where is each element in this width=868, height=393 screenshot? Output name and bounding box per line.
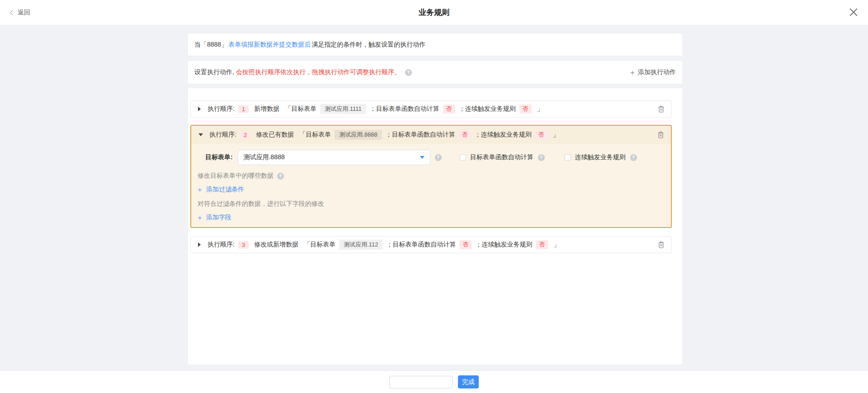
trigger-suffix: 满足指定的条件时，触发设置的执行动作: [311, 41, 425, 49]
action-rows-container: 执行顺序: 1 新增数据 「目标表单 测试应用.1111 ；目标表单函数自动计算…: [188, 88, 682, 365]
plus-icon: +: [630, 69, 635, 76]
target-form-field-label: 目标表单:: [205, 153, 233, 161]
chain-rule-checkbox-group: 连续触发业务规则 ?: [565, 153, 637, 161]
delete-trash-icon[interactable]: [657, 105, 665, 113]
chevron-down-icon: [420, 156, 425, 159]
chain-rule-label: ；连续触发业务规则: [475, 241, 532, 249]
help-icon[interactable]: ?: [405, 69, 412, 76]
add-filter-button[interactable]: + 添加过滤条件: [198, 185, 665, 194]
caret-down-icon[interactable]: [198, 133, 203, 136]
target-form-select[interactable]: 测试应用.8888: [238, 150, 430, 165]
done-button[interactable]: 完成: [458, 375, 479, 388]
func-calc-checkbox[interactable]: [460, 154, 466, 161]
func-calc-label: ；目标表单函数自动计算: [370, 105, 439, 113]
target-form-badge: 测试应用.1111: [320, 104, 366, 114]
action-row-3[interactable]: 执行顺序: 3 修改或新增数据 「目标表单 测试应用.112 ；目标表单函数自动…: [190, 236, 672, 253]
help-icon[interactable]: ?: [630, 154, 637, 161]
target-form-label: 「目标表单: [299, 131, 331, 139]
order-number-badge: 1: [238, 105, 249, 113]
func-calc-label: ；目标表单函数自动计算: [386, 131, 455, 139]
actions-bar-warning-text: 会按照执行顺序依次执行，拖拽执行动作可调整执行顺序。: [236, 68, 401, 76]
action-type-label: 修改已有数据: [256, 131, 294, 139]
caret-right-icon[interactable]: [198, 242, 201, 247]
func-calc-checkbox-group: 目标表单函数自动计算 ?: [460, 153, 545, 161]
add-field-label: 添加字段: [206, 213, 231, 222]
close-bracket-label: 」: [537, 105, 543, 113]
actions-bar-normal-text: 设置执行动作,: [194, 68, 234, 76]
target-form-label: 「目标表单: [285, 105, 316, 113]
chain-rule-label: ；连续触发业务规则: [459, 105, 516, 113]
help-icon[interactable]: ?: [538, 154, 545, 161]
trigger-card: 当「8888」 表单填报新数据并提交数据后 满足指定的条件时，触发设置的执行动作: [188, 34, 682, 56]
action-type-label: 新增数据: [254, 105, 279, 113]
action-row-2-body: 目标表单: 测试应用.8888 ? 目标表单函数自动计算 ? 连续触发业务规则: [191, 144, 671, 227]
filter-helper-text: 修改目标表单中的哪些数据: [198, 172, 274, 180]
chain-rule-checkbox-label: 连续触发业务规则: [575, 153, 626, 161]
chain-rule-label: ；连续触发业务规则: [475, 131, 532, 139]
filter-helper-row: 修改目标表单中的哪些数据 ?: [198, 172, 665, 180]
actions-bar-text: 设置执行动作, 会按照执行顺序依次执行，拖拽执行动作可调整执行顺序。 ?: [194, 68, 412, 76]
delete-trash-icon[interactable]: [657, 241, 665, 249]
fields-helper-text: 对符合过滤条件的数据，进行以下字段的修改: [198, 200, 324, 208]
footer-bar: 完成: [0, 370, 868, 393]
chain-rule-value-badge: 否: [519, 104, 532, 114]
order-number-badge: 3: [238, 241, 249, 249]
order-label: 执行顺序:: [209, 131, 236, 139]
order-label: 执行顺序:: [208, 105, 235, 113]
target-form-badge: 测试应用.112: [339, 240, 382, 250]
trigger-prefix: 当「8888」: [194, 41, 227, 49]
close-icon[interactable]: [849, 8, 858, 17]
target-form-label: 「目标表单: [304, 241, 335, 249]
add-action-label: 添加执行动作: [638, 68, 676, 76]
close-bracket-label: 」: [553, 131, 559, 139]
footer-text-input[interactable]: [389, 376, 453, 388]
add-filter-label: 添加过滤条件: [206, 185, 244, 194]
chain-rule-value-badge: 否: [536, 240, 548, 249]
action-row-1[interactable]: 执行顺序: 1 新增数据 「目标表单 测试应用.1111 ；目标表单函数自动计算…: [190, 100, 672, 118]
order-number-badge: 2: [240, 131, 250, 139]
chain-rule-value-badge: 否: [535, 130, 547, 139]
help-icon[interactable]: ?: [435, 154, 442, 161]
target-form-row: 目标表单: 测试应用.8888 ? 目标表单函数自动计算 ? 连续触发业务规则: [198, 149, 665, 166]
action-type-label: 修改或新增数据: [254, 241, 298, 249]
func-calc-value-badge: 否: [443, 104, 455, 114]
page-title: 业务规则: [0, 0, 868, 25]
trigger-event-link[interactable]: 表单填报新数据并提交数据后: [228, 41, 311, 49]
order-label: 执行顺序:: [208, 241, 235, 249]
target-form-badge: 测试应用.8888: [335, 130, 382, 140]
target-form-select-value: 测试应用.8888: [244, 153, 285, 161]
func-calc-value-badge: 否: [459, 240, 472, 249]
top-bar: 返回 业务规则: [0, 0, 868, 25]
chain-rule-checkbox[interactable]: [565, 154, 571, 161]
plus-icon: +: [198, 214, 202, 222]
actions-bar: 设置执行动作, 会按照执行顺序依次执行，拖拽执行动作可调整执行顺序。 ? + 添…: [188, 61, 682, 84]
delete-trash-icon[interactable]: [657, 131, 665, 139]
action-row-2-header[interactable]: 执行顺序: 2 修改已有数据 「目标表单 测试应用.8888 ；目标表单函数自动…: [191, 126, 671, 144]
main-column: 当「8888」 表单填报新数据并提交数据后 满足指定的条件时，触发设置的执行动作…: [188, 25, 682, 365]
action-row-2-expanded-panel: 执行顺序: 2 修改已有数据 「目标表单 测试应用.8888 ；目标表单函数自动…: [190, 125, 672, 228]
func-calc-checkbox-label: 目标表单函数自动计算: [470, 153, 533, 161]
add-field-button[interactable]: + 添加字段: [198, 213, 665, 222]
close-bracket-label: 」: [553, 241, 560, 249]
plus-icon: +: [198, 186, 202, 194]
add-action-button[interactable]: + 添加执行动作: [630, 68, 676, 76]
func-calc-value-badge: 否: [459, 130, 471, 139]
caret-right-icon[interactable]: [198, 107, 201, 111]
func-calc-label: ；目标表单函数自动计算: [386, 241, 456, 249]
fields-helper-row: 对符合过滤条件的数据，进行以下字段的修改: [198, 200, 665, 208]
help-icon[interactable]: ?: [277, 173, 284, 180]
